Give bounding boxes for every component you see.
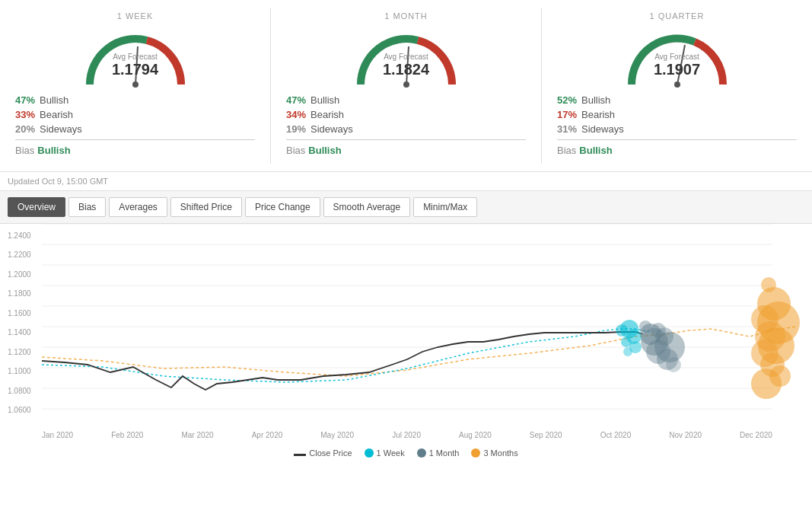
bullish-pct-week: 47% <box>15 94 40 106</box>
svg-point-3 <box>403 81 409 88</box>
period-label-week: 1 WEEK <box>117 11 154 21</box>
bullish-label-week: Bullish <box>40 94 68 106</box>
bearish-label-week: Bearish <box>40 109 73 120</box>
x-axis: Jan 2020 Feb 2020 Mar 2020 Apr 2020 May … <box>42 429 772 439</box>
bias-value-week: Bullish <box>37 145 70 156</box>
bearish-pct-week: 33% <box>15 109 40 120</box>
updated-bar: Updated Oct 9, 15:00 GMT <box>0 172 812 191</box>
tab-averages[interactable]: Averages <box>109 197 167 217</box>
svg-line-2 <box>406 46 409 85</box>
stats-month: 47% Bullish 34% Bearish 19% Sideways Bia… <box>279 94 533 156</box>
tab-bias[interactable]: Bias <box>68 197 106 217</box>
legend-close-price: Close Price <box>294 448 352 458</box>
legend-1month: 1 Month <box>417 448 460 458</box>
sideways-pct-week: 20% <box>15 123 40 135</box>
chart-wrapper: 1.2400 1.2200 1.2000 1.1800 1.1600 1.140… <box>0 224 812 461</box>
legend-3months: 3 Months <box>471 448 517 458</box>
svg-point-40 <box>751 368 782 399</box>
y-axis: 1.2400 1.2200 1.2000 1.1800 1.1600 1.140… <box>8 231 31 414</box>
period-label-month: 1 MONTH <box>384 11 428 21</box>
svg-line-4 <box>677 45 685 85</box>
stats-week: 47% Bullish 33% Bearish 20% Sideways Bia… <box>8 94 263 156</box>
legend-1week: 1 Week <box>365 448 405 458</box>
stats-quarter: 52% Bullish 17% Bearish 31% Sideways Bia… <box>549 94 804 156</box>
period-label-quarter: 1 QUARTER <box>650 11 705 21</box>
tab-minim-max[interactable]: Minim/Max <box>413 197 477 217</box>
tab-overview[interactable]: Overview <box>8 197 65 217</box>
tabs-bar: Overview Bias Averages Shifted Price Pri… <box>0 191 812 224</box>
forecast-panel-month: 1 MONTH Avg Forecast 1.1824 47% Bullish … <box>271 8 542 164</box>
gauge-month: Avg Forecast 1.1824 <box>345 24 467 88</box>
tab-shifted-price[interactable]: Shifted Price <box>170 197 242 217</box>
forecast-section: 1 WEEK Avg Forecast 1.1794 47% Bullis <box>0 0 812 172</box>
bias-text-week: Bias <box>15 145 34 156</box>
svg-line-0 <box>135 46 138 85</box>
chart-legend: Close Price 1 Week 1 Month 3 Months <box>0 445 812 461</box>
svg-point-5 <box>674 81 680 88</box>
svg-point-24 <box>666 357 681 372</box>
gauge-quarter: Avg Forecast 1.1907 <box>616 24 738 88</box>
forecast-panel-week: 1 WEEK Avg Forecast 1.1794 47% Bullis <box>0 8 271 164</box>
forecast-panel-quarter: 1 QUARTER Avg Forecast 1.1907 52% Bullis… <box>542 8 812 164</box>
main-chart <box>42 224 810 429</box>
svg-point-30 <box>623 347 632 356</box>
sideways-label-week: Sideways <box>40 123 82 135</box>
tab-price-change[interactable]: Price Change <box>245 197 320 217</box>
gauge-week: Avg Forecast 1.1794 <box>75 24 196 88</box>
tab-smooth-average[interactable]: Smooth Average <box>323 197 411 217</box>
svg-point-1 <box>132 81 139 88</box>
